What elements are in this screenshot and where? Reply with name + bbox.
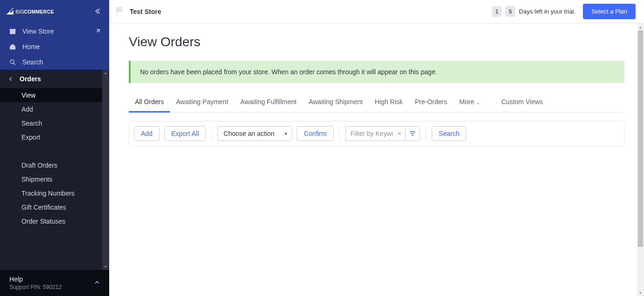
home-icon <box>8 43 17 50</box>
trial-days: 1 5 Days left in your trial. <box>492 6 575 17</box>
search-icon <box>8 58 17 66</box>
main-scrollbar[interactable]: ▴ ▾ <box>637 23 644 296</box>
scroll-up-icon[interactable]: ▴ <box>102 70 109 76</box>
tab-custom-views[interactable]: Custom Views <box>495 92 549 113</box>
scroll-down-icon[interactable]: ▾ <box>637 289 644 296</box>
add-button[interactable]: Add <box>134 126 160 141</box>
sidebar-collapse-button[interactable] <box>94 8 101 16</box>
trial-day-digit-2: 5 <box>505 6 515 17</box>
search-button[interactable]: Search <box>432 126 466 141</box>
clear-icon[interactable]: × <box>398 130 401 137</box>
svg-point-2 <box>10 60 14 63</box>
order-tabs: All Orders Awaiting Payment Awaiting Ful… <box>129 92 624 113</box>
subnav-shipments[interactable]: Shipments <box>0 172 109 186</box>
chevron-left-icon <box>8 77 13 81</box>
chevron-up-icon <box>94 279 100 287</box>
subnav-add[interactable]: Add <box>0 102 109 116</box>
tab-awaiting-fulfillment[interactable]: Awaiting Fulfillment <box>234 92 302 113</box>
tab-all-orders[interactable]: All Orders <box>129 92 170 113</box>
topbar: Test Store 1 5 Days left in your trial. … <box>109 0 644 23</box>
subnav-spacer <box>0 144 109 158</box>
flag-icon <box>115 6 123 17</box>
store-icon <box>8 28 17 35</box>
subnav-view[interactable]: View <box>0 88 109 102</box>
main-area: Test Store 1 5 Days left in your trial. … <box>109 0 644 296</box>
action-select[interactable]: Choose an action <box>217 126 292 141</box>
subnav-export[interactable]: Export <box>0 130 109 144</box>
tab-more[interactable]: More⌄ <box>453 92 486 113</box>
nav-view-store-label: View Store <box>22 28 54 35</box>
sidebar-section-orders[interactable]: Orders <box>0 70 109 88</box>
filter-options-button[interactable] <box>405 126 420 141</box>
tab-high-risk[interactable]: High Risk <box>369 92 409 113</box>
sidebar-scrollbar[interactable]: ▴ ▾ <box>102 70 109 270</box>
chevron-down-icon: ⌄ <box>476 100 480 105</box>
orders-toolbar: Add Export All Choose an action Confirm … <box>129 121 624 146</box>
scrollbar-thumb[interactable] <box>638 30 643 247</box>
svg-text:BIG: BIG <box>15 9 24 14</box>
svg-text:COMMERCE: COMMERCE <box>24 9 54 14</box>
toolbar-divider <box>211 126 212 141</box>
nav-home[interactable]: Home <box>0 39 109 54</box>
toolbar-divider <box>339 126 340 141</box>
subnav-draft-orders[interactable]: Draft Orders <box>0 158 109 172</box>
help-title: Help <box>9 275 62 283</box>
filter-keyword-input[interactable] <box>345 126 405 141</box>
info-alert: No orders have been placed from your sto… <box>129 61 624 83</box>
scroll-up-icon[interactable]: ▴ <box>637 23 644 30</box>
nav-home-label: Home <box>22 43 40 50</box>
subnav-gift-certificates[interactable]: Gift Certificates <box>0 200 109 214</box>
subnav-search[interactable]: Search <box>0 116 109 130</box>
help-subtitle: Support PIN: 590212 <box>9 284 62 290</box>
help-footer[interactable]: Help Support PIN: 590212 <box>0 270 109 296</box>
scroll-down-icon[interactable]: ▾ <box>102 263 109 270</box>
toolbar-divider <box>426 126 426 141</box>
subnav-tracking[interactable]: Tracking Numbers <box>0 186 109 200</box>
external-link-icon <box>95 28 101 35</box>
confirm-button[interactable]: Confirm <box>297 126 334 141</box>
subnav-order-statuses[interactable]: Order Statuses <box>0 214 109 228</box>
trial-day-digit-1: 1 <box>492 6 502 17</box>
nav-view-store[interactable]: View Store <box>0 23 109 39</box>
tab-pre-orders[interactable]: Pre-Orders <box>409 92 453 113</box>
nav-search[interactable]: Search <box>0 54 109 70</box>
select-plan-button[interactable]: Select a Plan <box>583 4 636 19</box>
page-title: View Orders <box>129 35 624 49</box>
trial-text: Days left in your trial. <box>519 8 575 15</box>
store-name: Test Store <box>130 8 161 15</box>
tab-awaiting-shipment[interactable]: Awaiting Shipment <box>302 92 369 113</box>
nav-search-label: Search <box>22 58 43 66</box>
sidebar-section-title: Orders <box>20 75 41 83</box>
filter-icon <box>409 130 416 137</box>
bigcommerce-logo: BIG COMMERCE <box>7 7 55 17</box>
sidebar: BIG COMMERCE View Store Home <box>0 0 109 296</box>
export-all-button[interactable]: Export All <box>164 126 206 141</box>
tab-awaiting-payment[interactable]: Awaiting Payment <box>170 92 234 113</box>
